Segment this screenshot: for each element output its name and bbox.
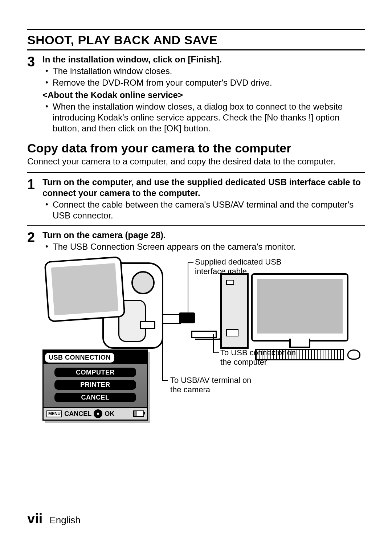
menu-option-printer[interactable]: PRINTER xyxy=(54,380,136,390)
step-number: 1 xyxy=(27,177,42,222)
ok-button-icon xyxy=(94,409,102,418)
step-number: 2 xyxy=(27,230,42,426)
menu-option-computer[interactable]: COMPUTER xyxy=(54,368,136,377)
bullet-item: Connect the cable between the camera's U… xyxy=(53,199,365,221)
step-1: 1 Turn on the computer, and use the supp… xyxy=(27,177,365,222)
menu-badge-icon: MENU xyxy=(46,410,62,417)
mouse-illustration xyxy=(347,349,360,360)
label-usb-pc: To USB connector on the computer xyxy=(220,348,304,367)
bullet-item: The installation window closes. xyxy=(53,66,365,77)
step-2: 2 Turn on the camera (page 28). The USB … xyxy=(27,230,365,426)
step-heading: Turn on the computer, and use the suppli… xyxy=(42,177,365,199)
page-title: SHOOT, PLAY BACK AND SAVE xyxy=(27,33,365,47)
language-label: English xyxy=(49,515,80,526)
bullet-item: When the installation window closes, a d… xyxy=(53,101,365,134)
connection-diagram: Supplied dedicated USB interface cable T… xyxy=(42,255,380,426)
menu-title: USB CONNECTION xyxy=(45,353,114,363)
sub-heading: <About the Kodak online service> xyxy=(42,90,365,101)
bullet-item: The USB Connection Screen appears on the… xyxy=(53,241,380,252)
step-heading: In the installation window, click on [Fi… xyxy=(42,54,365,65)
page-footer: vii English xyxy=(27,511,81,527)
battery-icon xyxy=(133,410,144,417)
menu-option-cancel[interactable]: CANCEL xyxy=(54,393,136,402)
footer-ok-label: OK xyxy=(105,410,114,418)
cable-ferrite xyxy=(179,312,195,323)
label-usb-camera: To USB/AV terminal on the camera xyxy=(170,376,254,395)
step-number: 3 xyxy=(27,54,42,135)
section-intro: Connect your camera to a computer, and c… xyxy=(27,156,365,167)
footer-cancel-label: CANCEL xyxy=(64,410,91,418)
computer-illustration xyxy=(220,273,380,360)
step-3: 3 In the installation window, click on [… xyxy=(27,54,365,135)
usb-connection-menu: USB CONNECTION COMPUTER PRINTER CANCEL M… xyxy=(42,349,148,421)
camera-illustration xyxy=(46,255,166,349)
section-heading: Copy data from your camera to the comput… xyxy=(27,141,365,155)
page-number: vii xyxy=(27,511,42,526)
label-cable: Supplied dedicated USB interface cable xyxy=(195,257,282,277)
step-heading: Turn on the camera (page 28). xyxy=(42,230,380,241)
bullet-item: Remove the DVD-ROM from your computer's … xyxy=(53,77,365,88)
